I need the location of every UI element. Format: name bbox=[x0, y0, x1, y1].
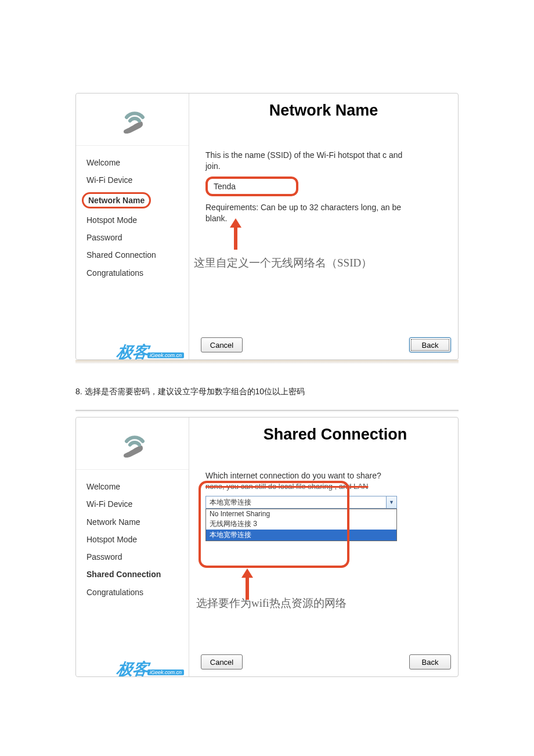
wizard-steps: Welcome Wi-Fi Device Network Name Hotspo… bbox=[76, 146, 189, 282]
chevron-down-icon: ▼ bbox=[386, 496, 396, 508]
step-password[interactable]: Password bbox=[76, 548, 189, 566]
app-logo bbox=[76, 417, 189, 470]
ssid-description: This is the name (SSID) of the Wi-Fi hot… bbox=[205, 150, 414, 172]
wizard-main-panel: Network Name This is the name (SSID) of … bbox=[189, 93, 458, 359]
step-network-name[interactable]: Network Name bbox=[76, 513, 189, 531]
watermark: 极客 iGeek.com.cn bbox=[76, 339, 189, 359]
ssid-input[interactable]: Tenda bbox=[205, 177, 298, 196]
annotation-text: 这里自定义一个无线网络名（SSID） bbox=[194, 255, 458, 271]
wizard-steps: Welcome Wi-Fi Device Network Name Hotspo… bbox=[76, 470, 189, 601]
watermark-url: iGeek.com.cn bbox=[147, 352, 184, 358]
back-button[interactable]: Back bbox=[409, 337, 451, 352]
step-wifi-device[interactable]: Wi-Fi Device bbox=[76, 171, 189, 189]
annotation-text: 选择要作为wifi热点资源的网络 bbox=[196, 596, 458, 611]
divider bbox=[75, 360, 459, 363]
step-congratulations[interactable]: Congratulations bbox=[76, 264, 189, 282]
dropdown-option[interactable]: 无线网络连接 3 bbox=[206, 519, 396, 530]
app-logo bbox=[76, 93, 189, 146]
step-welcome[interactable]: Welcome bbox=[76, 154, 189, 171]
annotation-arrow-icon bbox=[240, 567, 254, 601]
step-welcome[interactable]: Welcome bbox=[76, 478, 189, 495]
cancel-button[interactable]: Cancel bbox=[201, 654, 243, 669]
screenshot-shared-connection: Welcome Wi-Fi Device Network Name Hotspo… bbox=[75, 417, 459, 677]
screenshot-network-name: Welcome Wi-Fi Device Network Name Hotspo… bbox=[75, 93, 459, 360]
step-wifi-device[interactable]: Wi-Fi Device bbox=[76, 495, 189, 513]
watermark-logo: 极客 bbox=[116, 662, 149, 676]
connection-question: Which internet connection do you want to… bbox=[205, 470, 414, 481]
divider bbox=[75, 410, 459, 412]
connection-note: none, you can still do local file sharin… bbox=[205, 481, 414, 492]
step-congratulations[interactable]: Congratulations bbox=[76, 584, 189, 601]
connection-dropdown[interactable]: No Internet Sharing 无线网络连接 3 本地宽带连接 bbox=[205, 509, 397, 541]
step-network-name[interactable]: Network Name bbox=[76, 189, 189, 211]
page-title: Shared Connection bbox=[189, 417, 458, 449]
connection-select[interactable]: 本地宽带连接 ▼ bbox=[205, 496, 397, 509]
page-title: Network Name bbox=[189, 93, 458, 125]
step-shared-connection[interactable]: Shared Connection bbox=[76, 566, 189, 583]
watermark: 极客 iGeek.com.cn bbox=[76, 656, 189, 676]
wizard-main-panel: Shared Connection Which internet connect… bbox=[189, 417, 458, 676]
back-button[interactable]: Back bbox=[409, 654, 451, 669]
step-shared-connection[interactable]: Shared Connection bbox=[76, 246, 189, 264]
wizard-sidebar: Welcome Wi-Fi Device Network Name Hotspo… bbox=[76, 417, 189, 676]
watermark-url: iGeek.com.cn bbox=[147, 669, 184, 675]
watermark-logo: 极客 bbox=[116, 345, 149, 359]
dropdown-option[interactable]: No Internet Sharing bbox=[206, 509, 396, 519]
cancel-button[interactable]: Cancel bbox=[201, 337, 243, 352]
step-password[interactable]: Password bbox=[76, 229, 189, 246]
step-caption: 8. 选择是否需要密码，建议设立字母加数字组合的10位以上密码 bbox=[75, 387, 459, 397]
wizard-sidebar: Welcome Wi-Fi Device Network Name Hotspo… bbox=[76, 93, 189, 359]
step-hotspot-mode[interactable]: Hotspot Mode bbox=[76, 531, 189, 548]
step-hotspot-mode[interactable]: Hotspot Mode bbox=[76, 211, 189, 229]
annotation-arrow-icon bbox=[229, 217, 243, 251]
dropdown-option-selected[interactable]: 本地宽带连接 bbox=[206, 530, 396, 541]
